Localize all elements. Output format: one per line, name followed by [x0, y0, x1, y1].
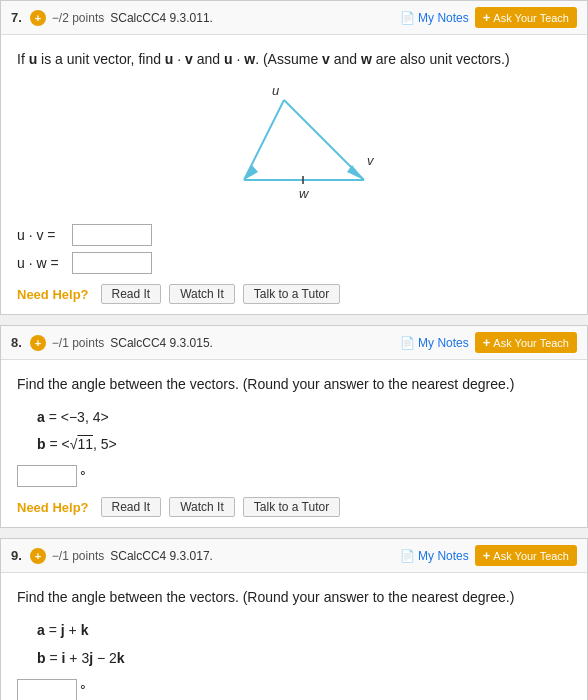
plus-icon-9: + [483, 548, 491, 563]
question-8-text: Find the angle between the vectors. (Rou… [17, 374, 571, 395]
question-7-points-badge[interactable]: + [30, 10, 46, 26]
talk-tutor-btn-7[interactable]: Talk to a Tutor [243, 284, 340, 304]
uw-label: u · w = [17, 255, 72, 271]
read-it-btn-7[interactable]: Read It [101, 284, 162, 304]
vector-a-9: a = j + k [37, 618, 571, 643]
question-9-vectors: a = j + k b = i + 3j − 2k [37, 618, 571, 670]
question-9-code: SCalcCC4 9.3.017. [110, 549, 213, 563]
question-7-code: SCalcCC4 9.3.011. [110, 11, 213, 25]
question-8: 8. + −/1 points SCalcCC4 9.3.015. 📄 My N… [0, 325, 588, 528]
question-8-ask-teacher[interactable]: + Ask Your Teach [475, 332, 577, 353]
question-9-header: 9. + −/1 points SCalcCC4 9.3.017. 📄 My N… [1, 539, 587, 573]
svg-text:u: u [272, 83, 279, 98]
uw-input-row: u · w = [17, 252, 571, 274]
question-7: 7. + −/2 points SCalcCC4 9.3.011. 📄 My N… [0, 0, 588, 315]
uv-input[interactable] [72, 224, 152, 246]
question-8-number: 8. [11, 335, 22, 350]
svg-line-0 [244, 100, 284, 180]
degree-row-8: ° [17, 465, 571, 487]
question-9-number: 9. [11, 548, 22, 563]
question-9: 9. + −/1 points SCalcCC4 9.3.017. 📄 My N… [0, 538, 588, 700]
question-7-text: If u is a unit vector, find u · v and u … [17, 49, 571, 70]
question-8-my-notes[interactable]: 📄 My Notes [400, 336, 469, 350]
watch-it-btn-8[interactable]: Watch It [169, 497, 235, 517]
vector-b-8: b = <√11, 5> [37, 432, 571, 457]
notes-icon-8: 📄 [400, 336, 415, 350]
question-7-number: 7. [11, 10, 22, 25]
question-9-ask-teacher[interactable]: + Ask Your Teach [475, 545, 577, 566]
plus-icon: + [483, 10, 491, 25]
svg-marker-4 [347, 165, 364, 180]
need-help-label-7: Need Help? [17, 287, 89, 302]
question-7-body: If u is a unit vector, find u · v and u … [1, 35, 587, 314]
uv-input-row: u · v = [17, 224, 571, 246]
svg-marker-3 [244, 165, 258, 180]
question-8-header: 8. + −/1 points SCalcCC4 9.3.015. 📄 My N… [1, 326, 587, 360]
triangle-diagram: u v w [17, 80, 571, 210]
question-8-help-row: Need Help? Read It Watch It Talk to a Tu… [17, 497, 571, 517]
svg-text:v: v [367, 153, 375, 168]
question-8-body: Find the angle between the vectors. (Rou… [1, 360, 587, 527]
uv-label: u · v = [17, 227, 72, 243]
watch-it-btn-7[interactable]: Watch It [169, 284, 235, 304]
uw-input[interactable] [72, 252, 152, 274]
question-9-points-badge[interactable]: + [30, 548, 46, 564]
question-7-help-row: Need Help? Read It Watch It Talk to a Tu… [17, 284, 571, 304]
question-7-my-notes[interactable]: 📄 My Notes [400, 11, 469, 25]
question-8-code: SCalcCC4 9.3.015. [110, 336, 213, 350]
talk-tutor-btn-8[interactable]: Talk to a Tutor [243, 497, 340, 517]
degree-input-9[interactable] [17, 679, 77, 700]
notes-icon-9: 📄 [400, 549, 415, 563]
question-9-points: −/1 points [52, 549, 104, 563]
question-7-ask-teacher[interactable]: + Ask Your Teach [475, 7, 577, 28]
degree-row-9: ° [17, 679, 571, 700]
question-9-my-notes[interactable]: 📄 My Notes [400, 549, 469, 563]
degree-symbol-9: ° [80, 682, 86, 698]
question-8-points-badge[interactable]: + [30, 335, 46, 351]
question-7-header: 7. + −/2 points SCalcCC4 9.3.011. 📄 My N… [1, 1, 587, 35]
question-9-body: Find the angle between the vectors. (Rou… [1, 573, 587, 700]
question-8-points: −/1 points [52, 336, 104, 350]
vector-b-9: b = i + 3j − 2k [37, 646, 571, 671]
read-it-btn-8[interactable]: Read It [101, 497, 162, 517]
question-8-vectors: a = <−3, 4> b = <√11, 5> [37, 405, 571, 457]
degree-input-8[interactable] [17, 465, 77, 487]
need-help-label-8: Need Help? [17, 500, 89, 515]
question-7-points: −/2 points [52, 11, 104, 25]
plus-icon-8: + [483, 335, 491, 350]
notes-icon: 📄 [400, 11, 415, 25]
vector-a-8: a = <−3, 4> [37, 405, 571, 430]
degree-symbol-8: ° [80, 468, 86, 484]
question-9-text: Find the angle between the vectors. (Rou… [17, 587, 571, 608]
svg-text:w: w [299, 186, 310, 201]
